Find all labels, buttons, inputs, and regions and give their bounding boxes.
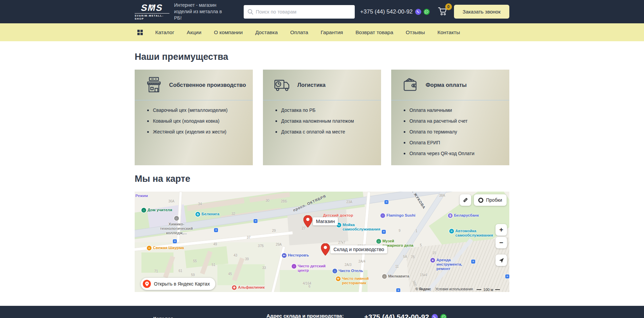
whatsapp-icon[interactable] — [440, 314, 447, 318]
nav-item-payment[interactable]: Оплата — [290, 29, 308, 35]
house-number: 15 — [432, 251, 436, 255]
whatsapp-icon[interactable] — [424, 9, 430, 15]
map-marker[interactable]: Магазин — [303, 215, 338, 227]
map-marker[interactable]: Склад и производство — [321, 243, 387, 255]
map-poi[interactable]: Режим — [135, 194, 148, 198]
nav-item-returns[interactable]: Возврат товара — [355, 29, 393, 35]
map-poi[interactable]: ≈Мойка самообслуживания — [337, 223, 380, 231]
sushi-icon: ◦ — [380, 213, 385, 218]
map-poi[interactable]: ≡Свежая Шаурма — [147, 246, 184, 250]
map-canvas[interactable]: Режим⌂Дом учителяББелкнига⌂Химико- техно… — [135, 192, 509, 292]
nav-item-promotions[interactable]: Акции — [187, 29, 201, 35]
map-poi-label: Свежая Шаурма — [153, 246, 184, 250]
order-call-button[interactable]: Заказать звонок — [454, 5, 509, 19]
house-number: 49 — [213, 242, 217, 246]
house-number: 33 — [262, 266, 266, 270]
nav-item-delivery[interactable]: Доставка — [255, 29, 278, 35]
map-copyright[interactable]: © Яндекс — [415, 287, 431, 291]
map-poi[interactable]: ≈Автомойка самообслуживания — [449, 229, 493, 238]
bank-icon: $ — [448, 213, 453, 218]
museum-icon: ⌂ — [141, 208, 146, 213]
card-list-item: Доставка наложенным платежом — [275, 118, 378, 124]
house-number: 1 — [415, 229, 418, 233]
house-number: 2ВБ — [281, 199, 287, 203]
search-box — [244, 5, 355, 19]
house-number: 4/164 — [303, 282, 311, 285]
map-poi[interactable]: ◦Чисто детский центр — [292, 264, 326, 273]
map-poi[interactable]: ✚Альфаклиник — [232, 285, 265, 290]
viber-icon[interactable] — [415, 9, 421, 15]
open-in-yandex-maps-button[interactable]: Открыть в Яндекс Картах — [141, 278, 215, 290]
map-poi-label: Автомойка самообслуживания — [455, 229, 493, 238]
viber-icon[interactable] — [432, 314, 438, 318]
map-scale-label: 100 м — [483, 288, 493, 292]
ruler-button[interactable] — [460, 194, 471, 206]
card-list-item: Жестяной цех (изделия из жести) — [147, 129, 249, 134]
card-list-item: Оплата по терминалу — [404, 129, 506, 134]
card-list-item: Оплата наличными — [404, 107, 506, 113]
house-number: 37 — [247, 236, 250, 239]
nav-item-catalog[interactable]: Каталог — [155, 29, 174, 35]
map-poi[interactable]: ББелкнига — [195, 212, 219, 217]
map-poi[interactable]: ΨЧисто пивной ресторанчик — [336, 276, 369, 285]
map-marker-label: Склад и производство — [330, 245, 387, 253]
geolocation-arrow-icon — [499, 258, 504, 263]
map-poi[interactable]: ✂Нестеровъ — [282, 253, 309, 258]
ruler-icon — [462, 197, 468, 203]
cart-button[interactable]: 0 — [438, 6, 448, 17]
house-number: 2А/4 — [358, 260, 366, 263]
nav-item-contacts[interactable]: Контакты — [437, 29, 460, 35]
house-number: 59 — [191, 273, 195, 277]
card-title: Логистика — [297, 82, 326, 88]
nav-item-about[interactable]: О компании — [214, 29, 243, 35]
bus-stop-icon — [382, 230, 386, 234]
map-poi[interactable]: ⌂Химико- технологический колледж,... — [160, 216, 193, 235]
logo[interactable]: SMS SVARIM-METALL-SHOP — [135, 3, 169, 20]
house-number: 9 — [399, 229, 401, 233]
map-poi-label: Чисто детский центр — [298, 264, 326, 273]
house-number: 30 — [266, 199, 269, 202]
card-list-item: Доставка по РБ — [275, 107, 378, 113]
map-terms-link[interactable]: Условия использования — [435, 287, 473, 291]
footer-catalog-title[interactable]: Каталог — [135, 316, 246, 318]
advantages-title: Наши преимущества — [135, 52, 509, 62]
factory-icon: ⌂ — [382, 274, 387, 279]
card-title: Форма оплаты — [426, 82, 467, 88]
header-phone[interactable]: +375 (44) 542-00-92 — [360, 8, 412, 15]
yandex-map[interactable]: Режим⌂Дом учителяББелкнига⌂Химико- техно… — [135, 192, 509, 292]
shawarma-icon: ≡ — [147, 246, 152, 250]
map-poi-label: Альфаклиник — [238, 285, 265, 290]
map-pin-icon — [303, 215, 312, 227]
nav-item-reviews[interactable]: Отзывы — [406, 29, 425, 35]
logo-caption: SVARIM-METALL-SHOP — [135, 13, 169, 20]
map-poi-label: Режим — [135, 194, 148, 198]
nav-item-warranty[interactable]: Гарантия — [321, 29, 343, 35]
map-poi-label: Аренда инструмента, ремонт — [436, 258, 462, 271]
card-list-item: Кованый цех (холодная ковка) — [147, 118, 249, 124]
yandex-maps-pin-icon — [143, 280, 151, 288]
hotel-icon: ⌂ — [332, 269, 337, 273]
catalog-grid-icon[interactable] — [137, 30, 143, 35]
footer-phone[interactable]: +375 (44) 542-00-92 — [364, 313, 429, 318]
zoom-in-button[interactable]: + — [495, 224, 507, 236]
bookstore-icon: Б — [195, 212, 200, 217]
truck-clock-icon — [273, 76, 291, 94]
map-poi-label: Дом учителя — [147, 208, 172, 212]
clinic-icon: ✚ — [232, 285, 237, 290]
house-number: 29 — [272, 229, 276, 233]
main-nav: Каталог Акции О компании Доставка Оплата… — [0, 23, 644, 41]
house-number: 71 — [154, 269, 158, 273]
storefront-icon — [145, 76, 163, 94]
map-poi[interactable]: ◦Flamingo Sushi — [380, 213, 415, 218]
map-title: Мы на карте — [135, 174, 509, 184]
traffic-button[interactable]: Пробки — [474, 194, 507, 206]
search-input[interactable] — [244, 5, 355, 19]
zoom-out-button[interactable]: − — [495, 237, 507, 248]
map-poi[interactable]: ⌂Чисто Отель — [332, 269, 363, 273]
map-poi[interactable]: ⌂Дом учителя — [141, 208, 172, 213]
map-poi[interactable]: ⌂Милкавита — [382, 274, 409, 279]
map-poi[interactable]: ●Аренда инструмента, ремонт — [430, 258, 462, 271]
site-tagline: Интернет - магазин изделий из металла в … — [174, 2, 225, 21]
geolocation-button[interactable] — [495, 254, 507, 266]
map-poi[interactable]: $Беларусбанк — [448, 213, 479, 218]
